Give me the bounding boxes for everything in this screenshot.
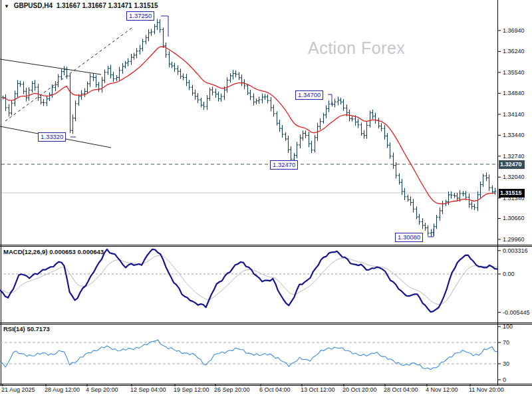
- chart-window: Action Forex ▼ GBPUSD,H4 1.31667 1.31667…: [0, 0, 532, 399]
- quote-open: 1.31667: [57, 2, 80, 9]
- quote-close: 1.31515: [134, 2, 158, 9]
- macd-label: MACD(12,26,9) 0.000653 0.000643: [3, 248, 104, 255]
- time-axis-label: 20 Oct 20:00: [342, 386, 377, 393]
- price-tag[interactable]: 1.34700: [295, 90, 323, 100]
- price-tag[interactable]: 1.32470: [270, 160, 298, 170]
- price-tag[interactable]: 1.33320: [38, 132, 66, 142]
- rsi-name: RSI(14): [3, 325, 25, 332]
- price-axis-label: 1.34140: [503, 111, 525, 118]
- quote-low: 1.31471: [108, 2, 132, 9]
- indicator-axis-label: 0.003316: [503, 247, 528, 254]
- price-tag[interactable]: 1.37250: [126, 11, 154, 21]
- price-axis-label: 1.32040: [503, 174, 525, 180]
- time-axis-label: 19 Sep 12:00: [174, 386, 209, 393]
- time-axis-label: 4 Nov 12:00: [426, 386, 458, 393]
- price-axis-label: 1.33440: [503, 132, 525, 138]
- chart-collapse-icon[interactable]: ▼: [4, 3, 9, 9]
- macd-name: MACD(12,26,9): [3, 248, 48, 255]
- price-axis-label: 1.35540: [503, 69, 525, 76]
- price-bars-series: [3, 19, 495, 237]
- price-axis-badge: 1.31515: [499, 189, 525, 198]
- time-axis-label: 6 Oct 04:00: [259, 386, 291, 393]
- rising-dashed-trendline: [5, 27, 134, 121]
- price-axis-label: 1.30660: [503, 215, 525, 221]
- time-axis-label: 12 Sep 04:00: [130, 386, 166, 393]
- rsi-value: 50.7173: [27, 325, 49, 332]
- moving-average-line: [3, 47, 495, 203]
- time-axis-label: 26 Sep 20:00: [214, 386, 250, 393]
- time-axis-label: 28 Oct 04:00: [384, 386, 418, 393]
- price-axis-label: 1.36940: [503, 27, 525, 34]
- macd-signal-line: [0, 255, 497, 305]
- rsi-label: RSI(14) 50.7173: [3, 325, 50, 332]
- indicator-axis-label: 0: [503, 376, 506, 383]
- indicator-axis-label: 70: [503, 339, 509, 346]
- price-bars-openclose-ticks: [2, 23, 497, 233]
- price-axis-label: 1.29960: [503, 236, 525, 243]
- price-tag[interactable]: 1.30080: [395, 233, 423, 242]
- chart-canvas[interactable]: [0, 0, 532, 399]
- price-axis-label: 1.32740: [503, 153, 525, 160]
- symbol-name: GBPUSD,H4: [14, 2, 53, 9]
- macd-signal-value: 0.000643: [77, 248, 104, 255]
- indicator-axis-label: 100: [503, 323, 513, 330]
- time-axis-label: 11 Nov 20:00: [469, 386, 504, 393]
- time-axis-label: 4 Sep 20:00: [86, 386, 118, 393]
- time-axis-label: 13 Oct 12:00: [301, 386, 335, 393]
- macd-value: 0.000653: [49, 248, 76, 255]
- rsi-line: [0, 340, 497, 370]
- price-axis-badge: 1.32470: [499, 160, 525, 169]
- chart-title: ▼ GBPUSD,H4 1.31667 1.31667 1.31471 1.31…: [4, 2, 158, 9]
- time-axis-label: 28 Aug 12:00: [45, 386, 80, 393]
- indicator-axis-label: 30: [503, 360, 509, 367]
- falling-channel-trendline: [0, 59, 101, 74]
- time-axis-label: 21 Aug 2025: [1, 386, 35, 393]
- price-tag-connector: [328, 94, 332, 105]
- quote-high: 1.31667: [82, 2, 106, 9]
- indicator-axis-label: -0.005445: [503, 309, 530, 316]
- price-axis-label: 1.34840: [503, 90, 525, 96]
- price-axis-label: 1.36240: [503, 48, 525, 55]
- indicator-axis-label: 0.00: [503, 271, 515, 277]
- price-tag-connector: [161, 16, 168, 37]
